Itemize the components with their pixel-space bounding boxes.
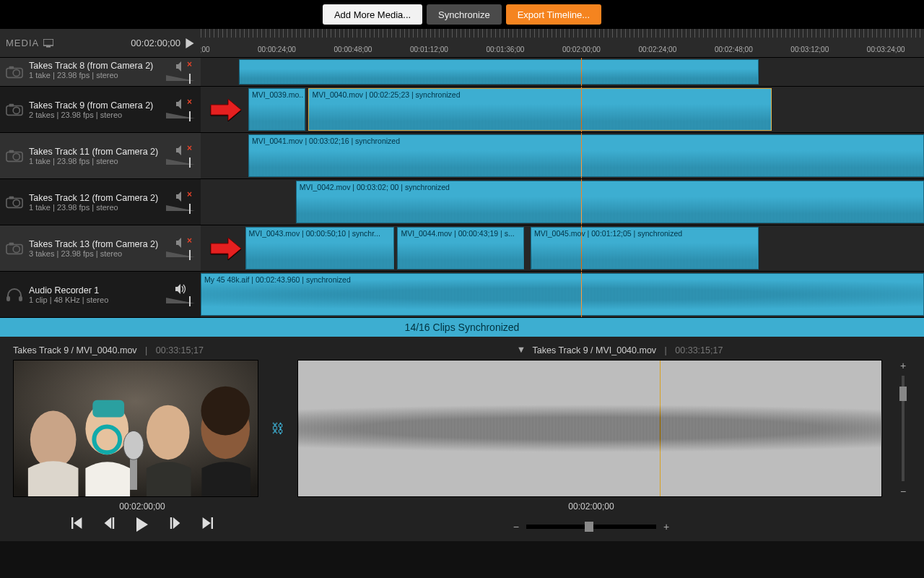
track-meta: 1 take | 23.98 fps | stereo [29, 157, 160, 165]
zoom-in-icon[interactable]: + [900, 360, 906, 371]
waveform-panel[interactable] [297, 360, 882, 497]
svg-rect-31 [170, 517, 172, 529]
track-name: Takes Track 12 (from Camera 2) [29, 193, 160, 203]
camera-icon [6, 66, 23, 79]
track-meta: 1 take | 23.98 fps | stereo [29, 71, 160, 79]
svg-rect-22 [92, 400, 124, 418]
svg-rect-29 [71, 517, 73, 529]
track-name: Takes Track 9 (from Camera 2) [29, 100, 160, 111]
sync-status-bar: 14/16 Clips Synchronized [0, 318, 924, 337]
timeline-header: MEDIA 00:02:00;00 00;0000:00:24;0000:00:… [0, 29, 924, 58]
track-lane[interactable] [201, 58, 924, 86]
mute-toggle[interactable] [175, 99, 186, 111]
annotation-arrow-icon [209, 238, 243, 259]
mute-toggle[interactable] [175, 61, 186, 74]
chevron-down-icon[interactable]: ▼ [517, 345, 526, 355]
clip[interactable]: MVI_0044.mov | 00:00:43;19 | s... [397, 227, 524, 269]
track-meta: 1 clip | 48 KHz | stereo [29, 296, 160, 304]
clip[interactable]: MVI_0039.mo.. [248, 88, 305, 131]
step-back-button[interactable] [103, 517, 115, 535]
skip-end-button[interactable] [201, 517, 213, 535]
track-meta: 2 takes | 23.98 fps | stereo [29, 111, 160, 119]
mute-toggle[interactable] [175, 238, 186, 250]
svg-point-25 [201, 387, 250, 436]
skip-start-button[interactable] [71, 517, 83, 535]
svg-point-23 [147, 405, 190, 460]
track-row: Takes Track 8 (from Camera 2)1 take | 23… [0, 58, 924, 87]
svg-rect-7 [9, 103, 14, 106]
waveform-timecode: 00:02:00;00 [271, 501, 911, 512]
mute-toggle[interactable] [175, 145, 186, 158]
svg-point-12 [13, 199, 19, 206]
svg-point-15 [13, 246, 19, 252]
zoom-slider[interactable] [902, 376, 905, 481]
track-header[interactable]: Takes Track 8 (from Camera 2)1 take | 23… [0, 58, 201, 86]
play-icon[interactable] [185, 38, 195, 48]
clip[interactable]: My 45 48k.aif | 00:02:43.960 | synchroni… [201, 273, 924, 316]
svg-rect-32 [212, 517, 213, 529]
svg-point-27 [123, 431, 144, 460]
volume-slider[interactable] [166, 298, 195, 305]
clip[interactable]: MVI_0045.mov | 00:01:12;05 | synchronize… [531, 227, 759, 269]
volume-slider[interactable] [166, 75, 195, 82]
track-name: Takes Track 11 (from Camera 2) [29, 147, 160, 157]
camera-icon [6, 242, 23, 255]
waveform-title[interactable]: ▼ Takes Track 9 / MVI_0040.mov | 00:33:1… [517, 345, 723, 355]
track-header[interactable]: Takes Track 11 (from Camera 2)1 take | 2… [0, 133, 201, 178]
synchronize-button[interactable]: Synchronize [427, 4, 502, 25]
svg-point-9 [13, 153, 19, 160]
play-button[interactable] [135, 517, 149, 535]
clip[interactable]: MVI_0043.mov | 00:00:50;10 | synchr... [245, 227, 395, 269]
volume-slider[interactable] [166, 159, 195, 166]
clip-label: MVI_0039.mo.. [252, 90, 303, 99]
volume-slider[interactable] [166, 251, 195, 259]
hzoom-in-button[interactable]: + [663, 521, 669, 532]
export-timeline-button[interactable]: Export Timeline... [506, 4, 601, 25]
svg-rect-0 [43, 39, 53, 46]
waveform-playhead[interactable] [660, 361, 661, 496]
link-icon[interactable]: ⛓ [271, 421, 284, 436]
annotation-arrow-icon [209, 99, 243, 121]
svg-rect-13 [9, 196, 14, 199]
zoom-out-icon[interactable]: − [900, 486, 906, 497]
clip[interactable] [239, 59, 759, 85]
mute-toggle[interactable] [175, 191, 186, 204]
track-header[interactable]: Audio Recorder 11 clip | 48 KHz | stereo [0, 272, 201, 317]
track-row: Takes Track 9 (from Camera 2)2 takes | 2… [0, 87, 924, 133]
vertical-zoom[interactable]: + − [895, 360, 911, 497]
hzoom-out-button[interactable]: − [513, 521, 519, 532]
add-media-button[interactable]: Add More Media... [323, 4, 422, 25]
track-lane[interactable]: MVI_0043.mov | 00:00:50;10 | synchr...MV… [201, 225, 924, 271]
track-meta: 3 takes | 23.98 fps | stereo [29, 249, 160, 258]
track-lane[interactable]: My 45 48k.aif | 00:02:43.960 | synchroni… [201, 272, 924, 317]
volume-slider[interactable] [166, 113, 195, 120]
track-header[interactable]: Takes Track 9 (from Camera 2)2 takes | 2… [0, 87, 201, 132]
svg-rect-10 [9, 150, 14, 152]
clip[interactable]: MVI_0041.mov | 00:03:02;16 | synchronize… [248, 134, 924, 177]
monitor-icon [43, 39, 53, 48]
camera-icon [6, 103, 23, 116]
mute-toggle[interactable] [175, 284, 186, 296]
step-forward-button[interactable] [170, 517, 181, 535]
preview-title: Takes Track 9 / MVI_0040.mov | 00:33:15;… [13, 345, 204, 355]
clip[interactable]: MVI_0040.mov | 00:02:25;23 | synchronize… [308, 88, 772, 131]
volume-slider[interactable] [166, 205, 195, 212]
hzoom-slider[interactable] [526, 525, 656, 529]
track-lane[interactable]: MVI_0039.mo..MVI_0040.mov | 00:02:25;23 … [201, 87, 924, 132]
clip[interactable]: MVI_0042.mov | 00:03:02; 00 | synchroniz… [296, 181, 924, 223]
track-lane[interactable]: MVI_0041.mov | 00:03:02;16 | synchronize… [201, 133, 924, 178]
tracks-area: Takes Track 8 (from Camera 2)1 take | 23… [0, 58, 924, 318]
track-header[interactable]: Takes Track 12 (from Camera 2)1 take | 2… [0, 179, 201, 225]
track-lane[interactable]: MVI_0042.mov | 00:03:02; 00 | synchroniz… [201, 179, 924, 225]
camera-icon [6, 150, 23, 163]
svg-point-20 [30, 411, 77, 469]
svg-rect-30 [113, 517, 114, 529]
video-preview[interactable] [13, 360, 258, 497]
track-name: Audio Recorder 1 [29, 285, 160, 296]
transport-controls [13, 512, 271, 535]
track-header[interactable]: Takes Track 13 (from Camera 2)3 takes | … [0, 225, 201, 271]
time-ruler[interactable]: 00;0000:00:24;0000:00:48;0000:01:12;0000… [201, 29, 924, 57]
camera-icon [6, 196, 23, 209]
svg-rect-1 [46, 46, 51, 48]
svg-point-6 [13, 107, 19, 113]
